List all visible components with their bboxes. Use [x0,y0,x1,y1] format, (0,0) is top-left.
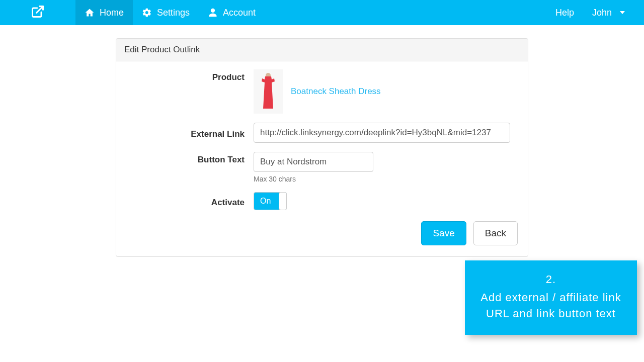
gear-icon [142,8,152,18]
activate-toggle-label: On [254,197,271,206]
product-name-link[interactable]: Boatneck Sheath Dress [291,86,381,97]
nav-settings-label: Settings [157,8,190,18]
activate-label: Activate [125,195,254,208]
svg-line-0 [37,7,43,13]
nav-right: Help John [546,0,644,25]
product-display: Boatneck Sheath Dress [254,69,519,114]
external-link-label: External Link [125,126,254,139]
toggle-handle [279,192,287,210]
back-button[interactable]: Back [473,221,518,245]
nav-home[interactable]: Home [75,0,133,25]
panel-actions: Save Back [125,219,519,246]
nav-help-label: Help [555,8,574,18]
button-text-input[interactable] [254,152,373,172]
row-product: Product Boatneck Sheath Dress [125,69,519,114]
edit-panel: Edit Product Outlink Product Boatneck Sh… [116,38,528,257]
panel-body: Product Boatneck Sheath Dress External L… [116,61,528,256]
brand-logo[interactable] [0,0,75,25]
product-label: Product [125,69,254,82]
button-text-label: Button Text [125,152,254,165]
callout-text: Add external / affiliate link URL and li… [480,291,621,320]
chevron-down-icon [620,11,625,14]
dress-image-icon [258,71,278,112]
button-text-help: Max 30 chars [254,175,519,183]
external-link-input[interactable] [254,123,510,143]
nav-account-label: Account [223,8,256,18]
nav-user-label: John [592,8,612,18]
activate-toggle[interactable]: On [254,192,287,210]
nav-user-menu[interactable]: John [583,0,634,25]
row-button-text: Button Text Max 30 chars [125,152,519,183]
nav-account[interactable]: Account [199,0,265,25]
row-activate: Activate On [125,192,519,210]
nav-left: Home Settings Account [0,0,265,25]
navbar: Home Settings Account Help John [0,0,644,25]
row-external-link: External Link [125,123,519,143]
nav-settings[interactable]: Settings [133,0,199,25]
callout-number: 2. [478,272,624,288]
external-link-icon [31,5,45,21]
home-icon [85,8,95,18]
nav-home-label: Home [100,8,124,18]
save-button[interactable]: Save [421,221,466,245]
user-icon [208,8,218,18]
panel-title: Edit Product Outlink [116,39,528,61]
product-thumbnail [254,69,283,114]
nav-help[interactable]: Help [546,0,583,25]
instruction-callout: 2. Add external / affiliate link URL and… [465,260,637,335]
